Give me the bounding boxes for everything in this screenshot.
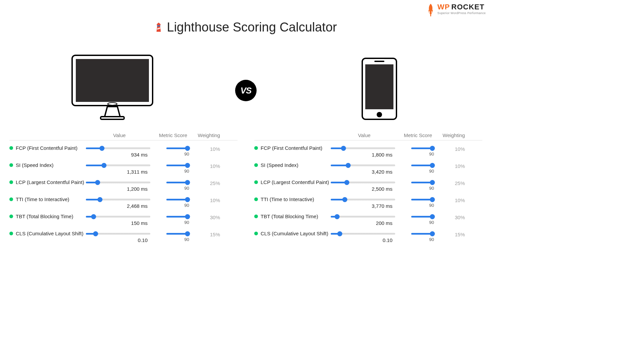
score-text: 90: [429, 203, 435, 208]
value-cell: 200 ms: [331, 214, 398, 226]
score-cell: 90: [398, 214, 438, 225]
col-metric-score: Metric Score: [153, 132, 193, 138]
score-slider[interactable]: [411, 146, 435, 150]
value-text: 150 ms: [86, 220, 150, 226]
metric-row: LCP (Largest Contentful Paint)1,200 ms90…: [9, 175, 237, 192]
vs-text: VS: [240, 85, 252, 96]
score-slider[interactable]: [411, 164, 435, 167]
score-text: 90: [429, 237, 435, 242]
status-dot: [254, 146, 258, 150]
col-value: Value: [86, 132, 153, 138]
weight-text: 10%: [193, 196, 220, 203]
score-cell: 90: [398, 231, 438, 242]
value-cell: 3,770 ms: [331, 196, 398, 209]
score-slider[interactable]: [411, 181, 435, 184]
value-cell: 2,500 ms: [331, 179, 398, 192]
value-slider[interactable]: [331, 215, 395, 218]
weight-text: 25%: [438, 179, 465, 186]
weight-text: 15%: [438, 231, 465, 237]
lighthouse-icon: [155, 22, 162, 33]
column-headers: Value Metric Score Weighting: [9, 132, 237, 140]
score-slider[interactable]: [166, 232, 190, 235]
value-text: 2,500 ms: [331, 186, 395, 192]
metric-name: TBT (Total Blocking Time): [261, 214, 318, 219]
value-text: 2,468 ms: [86, 203, 150, 209]
col-weighting: Weighting: [193, 132, 220, 138]
value-text: 934 ms: [86, 152, 150, 158]
metric-label: CLS (Cumulative Layout Shift): [254, 231, 331, 236]
score-cell: 90: [398, 179, 438, 191]
score-slider[interactable]: [166, 181, 190, 184]
value-slider[interactable]: [331, 146, 395, 150]
score-slider[interactable]: [411, 232, 435, 235]
value-slider[interactable]: [86, 164, 150, 167]
score-cell: 90: [153, 179, 193, 191]
page-title: Lighthouse Scoring Calculator: [0, 20, 492, 35]
metric-row: TTI (Time to Interactive)3,770 ms9010%: [254, 192, 482, 209]
metric-row: SI (Speed Index)1,311 ms9010%: [9, 158, 237, 175]
value-text: 0.10: [86, 237, 150, 243]
weight-text: 30%: [193, 214, 220, 220]
weight-text: 10%: [193, 162, 220, 169]
score-cell: 90: [153, 214, 193, 225]
score-slider[interactable]: [166, 215, 190, 218]
value-cell: 150 ms: [86, 214, 153, 226]
score-text: 90: [429, 169, 435, 174]
metric-label: TTI (Time to Interactive): [9, 196, 86, 202]
score-text: 90: [184, 203, 190, 208]
metric-name: CLS (Cumulative Layout Shift): [16, 231, 84, 236]
score-text: 90: [184, 237, 190, 242]
value-text: 200 ms: [331, 220, 395, 226]
metric-label: FCP (First Contentful Paint): [9, 145, 86, 151]
score-slider[interactable]: [411, 198, 435, 201]
score-slider[interactable]: [166, 198, 190, 201]
column-headers: Value Metric Score Weighting: [254, 132, 482, 140]
value-slider[interactable]: [331, 198, 395, 201]
weight-text: 15%: [193, 231, 220, 237]
metric-row: CLS (Cumulative Layout Shift)0.109015%: [254, 226, 482, 243]
score-slider[interactable]: [166, 164, 190, 167]
score-cell: 90: [398, 145, 438, 157]
value-slider[interactable]: [86, 232, 150, 235]
value-slider[interactable]: [86, 215, 150, 218]
status-dot: [254, 163, 258, 167]
value-slider[interactable]: [86, 146, 150, 150]
brand-logo: WP ROCKET Superior WordPress Performance: [426, 3, 486, 17]
metric-name: SI (Speed Index): [16, 162, 54, 168]
value-slider[interactable]: [86, 181, 150, 184]
score-slider[interactable]: [166, 146, 190, 150]
value-cell: 3,420 ms: [331, 162, 398, 175]
metric-name: FCP (First Contentful Paint): [261, 145, 322, 151]
score-cell: 90: [153, 231, 193, 242]
score-cell: 90: [398, 196, 438, 208]
score-slider[interactable]: [411, 215, 435, 218]
svg-point-8: [377, 112, 382, 117]
metric-label: TTI (Time to Interactive): [254, 196, 331, 202]
metric-row: FCP (First Contentful Paint)934 ms9010%: [9, 140, 237, 158]
panel-desktop: Value Metric Score Weighting FCP (First …: [9, 132, 237, 243]
value-text: 1,200 ms: [86, 186, 150, 192]
value-slider[interactable]: [331, 232, 395, 235]
brand-name: WP ROCKET: [437, 3, 486, 11]
value-cell: 1,200 ms: [86, 179, 153, 192]
value-text: 1,311 ms: [86, 169, 150, 175]
weight-text: 10%: [438, 162, 465, 169]
col-value: Value: [331, 132, 398, 138]
metric-row: TBT (Total Blocking Time)150 ms9030%: [9, 209, 237, 226]
value-cell: 1,311 ms: [86, 162, 153, 175]
mobile-icon: [361, 57, 398, 121]
weight-text: 10%: [438, 196, 465, 203]
col-metric-score: Metric Score: [398, 132, 438, 138]
value-cell: 934 ms: [86, 145, 153, 158]
status-dot: [9, 197, 13, 201]
value-slider[interactable]: [331, 181, 395, 184]
score-cell: 90: [153, 196, 193, 208]
score-text: 90: [429, 152, 435, 157]
value-slider[interactable]: [331, 164, 395, 167]
value-slider[interactable]: [86, 198, 150, 201]
metric-label: SI (Speed Index): [254, 162, 331, 168]
metric-name: LCP (Largest Contentful Paint): [261, 179, 329, 185]
score-text: 90: [184, 169, 190, 174]
metric-name: TBT (Total Blocking Time): [16, 214, 73, 219]
score-text: 90: [184, 186, 190, 191]
